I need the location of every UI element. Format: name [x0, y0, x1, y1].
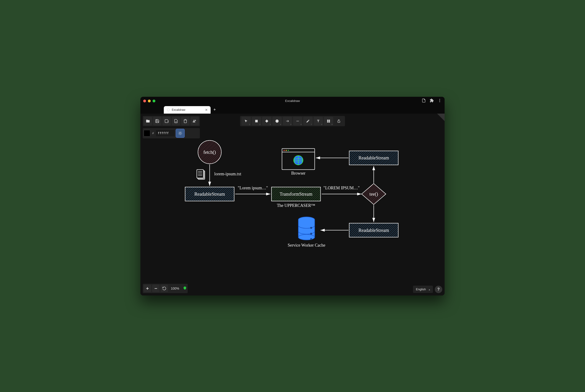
window-title: Excalidraw: [285, 99, 300, 102]
file-icon-diagram[interactable]: [197, 170, 205, 179]
encryption-shield-icon[interactable]: [183, 286, 187, 291]
tab-favicon-icon: [167, 108, 170, 112]
titlebar: Excalidraw: [140, 97, 445, 105]
node-transform-label: TransformStream: [280, 192, 312, 196]
zoom-level: 100%: [169, 286, 181, 290]
transform-caption: The UPPERCASER™: [277, 203, 315, 208]
svg-point-1: [439, 100, 440, 101]
minimize-window-button[interactable]: [148, 100, 151, 102]
node-readable3-label: ReadableStream: [359, 228, 389, 232]
svg-point-49: [310, 238, 312, 240]
node-readable1-label: ReadableStream: [194, 192, 225, 196]
close-tab-button[interactable]: ✕: [205, 108, 208, 112]
arrow2-label: "LOREM IPSUM…": [323, 186, 360, 190]
browser-label: Browser: [291, 171, 306, 176]
zoom-toolbar: 100%: [143, 284, 188, 293]
excalidraw-app: # 1 2 3 4 5 6 7 8 9: [140, 114, 445, 296]
help-button[interactable]: ?: [435, 286, 442, 293]
language-select[interactable]: English ▲: [413, 286, 433, 293]
file-label: lorem-ipsum.txt: [214, 172, 241, 176]
browser-tab[interactable]: Excalidraw ✕: [164, 106, 211, 114]
bottom-right-toolbar: English ▲ ?: [413, 286, 442, 293]
svg-point-0: [439, 99, 440, 100]
svg-point-35: [283, 150, 285, 151]
language-label: English: [416, 288, 426, 291]
file-icon[interactable]: [422, 98, 426, 104]
node-cache[interactable]: [298, 217, 315, 240]
node-tee-label: tee(): [370, 192, 378, 197]
node-readable2-label: ReadableStream: [359, 155, 389, 160]
maximize-window-button[interactable]: [153, 100, 155, 102]
traffic-lights: [143, 100, 155, 102]
tabbar: Excalidraw ✕ +: [140, 105, 445, 114]
zoom-in-button[interactable]: [144, 285, 151, 292]
tab-label: Excalidraw: [172, 108, 185, 112]
node-browser[interactable]: [282, 148, 315, 170]
svg-point-2: [439, 101, 440, 102]
new-tab-button[interactable]: +: [213, 107, 216, 114]
extensions-icon[interactable]: [430, 98, 434, 104]
svg-point-46: [298, 234, 315, 240]
svg-point-37: [288, 150, 289, 151]
svg-rect-28: [197, 170, 203, 178]
svg-point-48: [310, 232, 312, 234]
reset-zoom-button[interactable]: [161, 285, 168, 292]
arrow1-label: "Lorem ipsum…": [238, 186, 268, 190]
svg-point-36: [286, 150, 287, 151]
chevron-up-icon: ▲: [428, 288, 431, 290]
canvas[interactable]: fetch() lorem-ipsum.txt ReadableStream: [140, 114, 445, 296]
svg-point-3: [167, 108, 170, 111]
zoom-out-button[interactable]: [152, 285, 160, 292]
node-fetch-label: fetch(): [203, 149, 216, 155]
cache-label: Service Worker Cache: [288, 243, 326, 247]
close-window-button[interactable]: [143, 100, 146, 102]
more-icon[interactable]: [438, 98, 442, 104]
svg-point-47: [310, 227, 312, 228]
browser-window: Excalidraw Excalidraw ✕ +: [140, 97, 445, 296]
